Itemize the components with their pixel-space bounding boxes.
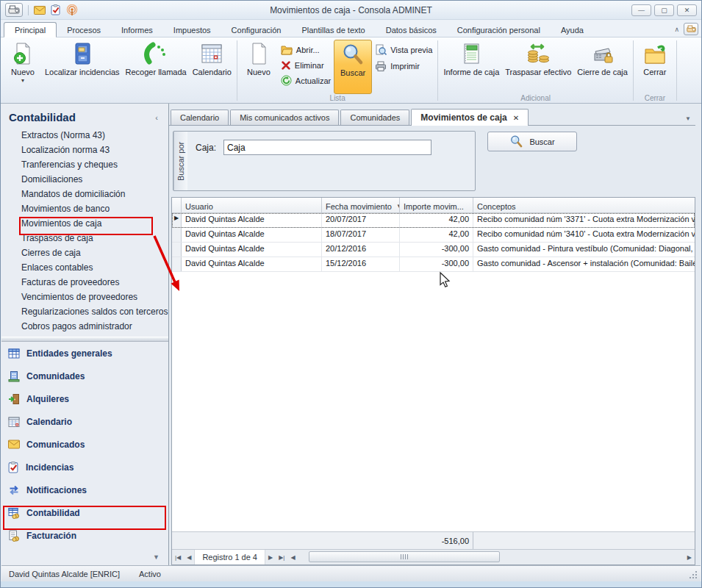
cierre-de-caja-button[interactable]: Cierre de caja: [574, 40, 630, 94]
cell-fecha[interactable]: 20/12/2016: [322, 243, 400, 257]
scroll-left-icon[interactable]: ◀: [287, 554, 298, 561]
localizar-incidencias-button[interactable]: Localizar incidencias: [42, 40, 123, 94]
cell-usuario[interactable]: David Quintas Alcalde: [182, 257, 322, 271]
sidebar-section-entidades[interactable]: Entidades generales: [1, 342, 168, 365]
nuevo-lista-button[interactable]: Nuevo: [240, 40, 278, 94]
table-row[interactable]: David Quintas Alcalde 18/07/2017 42,00 R…: [172, 228, 695, 243]
cell-importe[interactable]: -300,00: [400, 257, 473, 271]
prev-record-icon[interactable]: ◀: [184, 554, 194, 561]
sidebar-item-regularizaciones[interactable]: Regularizaciones saldos con terceros: [1, 304, 168, 319]
ribbon-tab-principal[interactable]: Principal: [4, 22, 57, 37]
help-app-button[interactable]: [684, 23, 698, 35]
sidebar-section-comunicados[interactable]: Comunicados: [1, 433, 168, 456]
sidebar-item-domiciliaciones[interactable]: Domiciliaciones: [1, 172, 168, 187]
sidebar-item-localizacion-norma[interactable]: Localización norma 43: [1, 143, 168, 157]
recoger-llamada-button[interactable]: Recoger llamada: [123, 40, 190, 94]
imprimir-button[interactable]: Imprimir: [375, 60, 432, 72]
abrir-button[interactable]: Abrir...: [281, 44, 331, 56]
sidebar-item-facturas-proveedores[interactable]: Facturas de proveedores: [1, 275, 168, 290]
tab-list-dropdown-icon[interactable]: ▼: [682, 115, 694, 125]
sidebar-section-notificaciones[interactable]: Notificaciones: [1, 478, 168, 501]
cell-usuario[interactable]: David Quintas Alcalde: [182, 243, 322, 257]
calendario-ribbon-button[interactable]: Calendario: [190, 40, 234, 94]
tasks-icon[interactable]: [51, 4, 61, 15]
restore-button[interactable]: ▢: [654, 4, 674, 16]
ribbon-tab-plantillas[interactable]: Plantillas de texto: [291, 23, 375, 37]
informe-de-caja-button[interactable]: Informe de caja: [440, 40, 502, 94]
cell-usuario[interactable]: David Quintas Alcalde: [182, 228, 322, 242]
sidebar-collapse-icon[interactable]: ‹: [155, 113, 158, 122]
sidebar-item-vencimientos[interactable]: Vencimientos de proveedores: [1, 290, 168, 304]
ribbon-tab-configuracion[interactable]: Configuración: [221, 23, 292, 37]
actualizar-button[interactable]: Actualizar: [281, 75, 331, 86]
cell-usuario[interactable]: David Quintas Alcalde: [182, 213, 322, 227]
sidebar-splitter[interactable]: [1, 337, 168, 342]
cell-conceptos[interactable]: Recibo comunidad núm '3410' - Cuota extr…: [473, 228, 695, 242]
sidebar-item-movimientos-caja[interactable]: Movimientos de caja: [1, 216, 168, 231]
minimize-button[interactable]: —: [631, 4, 651, 16]
eliminar-button[interactable]: Eliminar: [281, 60, 331, 71]
sidebar-item-extractos[interactable]: Extractos (Norma 43): [1, 128, 168, 143]
vista-previa-button[interactable]: Vista previa: [375, 44, 432, 56]
sidebar-item-movimientos-banco[interactable]: Movimientos de banco: [1, 201, 168, 216]
cell-conceptos[interactable]: Gasto comunidad - Ascensor + instalación…: [473, 257, 695, 271]
horizontal-scrollbar[interactable]: [298, 550, 684, 564]
sidebar-section-calendario[interactable]: Calendario: [1, 410, 168, 433]
table-row[interactable]: David Quintas Alcalde 15/12/2016 -300,00…: [172, 257, 695, 272]
sidebar-section-contabilidad[interactable]: Contabilidad: [1, 501, 168, 524]
cell-fecha[interactable]: 20/07/2017: [322, 213, 400, 227]
sidebar-expand-icon[interactable]: ▼: [153, 553, 160, 561]
buscar-button[interactable]: Buscar: [487, 132, 577, 151]
cell-conceptos[interactable]: Gasto comunidad - Pintura vestíbulo (Com…: [473, 243, 695, 257]
ribbon-tab-config-personal[interactable]: Configuración personal: [447, 23, 551, 37]
traspasar-efectivo-button[interactable]: Traspasar efectivo: [502, 40, 574, 94]
app-menu-button[interactable]: [5, 3, 23, 17]
sidebar-section-incidencias[interactable]: Incidencias: [1, 456, 168, 478]
cell-fecha[interactable]: 15/12/2016: [322, 257, 400, 271]
doc-tab-mis-comunicados[interactable]: Mis comunicados activos: [230, 110, 339, 125]
ribbon-tab-informes[interactable]: Informes: [111, 23, 163, 37]
ribbon-tab-ayuda[interactable]: Ayuda: [551, 23, 594, 37]
broadcast-icon[interactable]: [66, 4, 78, 16]
cell-conceptos[interactable]: Recibo comunidad núm '3371' - Cuota extr…: [473, 213, 695, 227]
ribbon-tab-procesos[interactable]: Procesos: [57, 23, 111, 37]
caja-input[interactable]: [223, 140, 431, 155]
column-header-importe[interactable]: Importe movim...: [400, 198, 473, 212]
doc-tab-calendario[interactable]: Calendario: [171, 110, 229, 125]
search-panel-tab[interactable]: Buscar por: [173, 132, 187, 190]
nuevo-general-button[interactable]: Nuevo ▾: [4, 40, 42, 94]
ribbon-tab-impuestos[interactable]: Impuestos: [163, 23, 221, 37]
cell-importe[interactable]: 42,00: [400, 228, 473, 242]
collapse-ribbon-icon[interactable]: ∧: [674, 26, 679, 33]
buscar-ribbon-button[interactable]: Buscar: [334, 40, 372, 94]
first-record-icon[interactable]: |◀: [172, 554, 184, 561]
sidebar-item-enlaces-contables[interactable]: Enlaces contables: [1, 260, 168, 275]
scrollbar-thumb[interactable]: [309, 551, 500, 562]
resize-grip[interactable]: [695, 577, 697, 578]
column-header-fecha[interactable]: Fecha movimiento ▼: [322, 198, 400, 212]
sidebar-item-mandatos[interactable]: Mandatos de domiciliación: [1, 187, 168, 201]
cell-importe[interactable]: 42,00: [400, 213, 473, 227]
sidebar-item-transferencias[interactable]: Tranferencias y cheques: [1, 157, 168, 172]
cell-fecha[interactable]: 18/07/2017: [322, 228, 400, 242]
column-header-usuario[interactable]: Usuario: [182, 198, 322, 212]
last-record-icon[interactable]: ▶|: [276, 554, 287, 561]
table-row[interactable]: ▶ David Quintas Alcalde 20/07/2017 42,00…: [172, 213, 695, 228]
cell-importe[interactable]: -300,00: [400, 243, 473, 257]
sidebar-section-comunidades[interactable]: Comunidades: [1, 365, 168, 387]
close-button[interactable]: ✕: [677, 4, 697, 16]
mail-icon[interactable]: [34, 6, 46, 15]
cerrar-button[interactable]: Cerrar: [636, 40, 674, 94]
next-record-icon[interactable]: ▶: [265, 554, 276, 561]
doc-tab-movimientos-caja[interactable]: Movimientos de caja ✕: [411, 109, 529, 126]
sidebar-item-cobros-pagos[interactable]: Cobros pagos administrador: [1, 319, 168, 334]
sidebar-item-traspasos-caja[interactable]: Traspasos de caja: [1, 231, 168, 245]
sidebar-section-alquileres[interactable]: Alquileres: [1, 387, 168, 410]
close-tab-icon[interactable]: ✕: [513, 114, 519, 122]
sidebar-item-cierres-caja[interactable]: Cierres de caja: [1, 245, 168, 260]
scroll-right-icon[interactable]: ▶: [684, 554, 695, 561]
column-header-conceptos[interactable]: Conceptos: [473, 198, 695, 212]
table-row[interactable]: David Quintas Alcalde 20/12/2016 -300,00…: [172, 243, 695, 257]
sidebar-section-facturacion[interactable]: Facturación: [1, 524, 168, 547]
doc-tab-comunidades[interactable]: Comunidades: [340, 110, 409, 125]
